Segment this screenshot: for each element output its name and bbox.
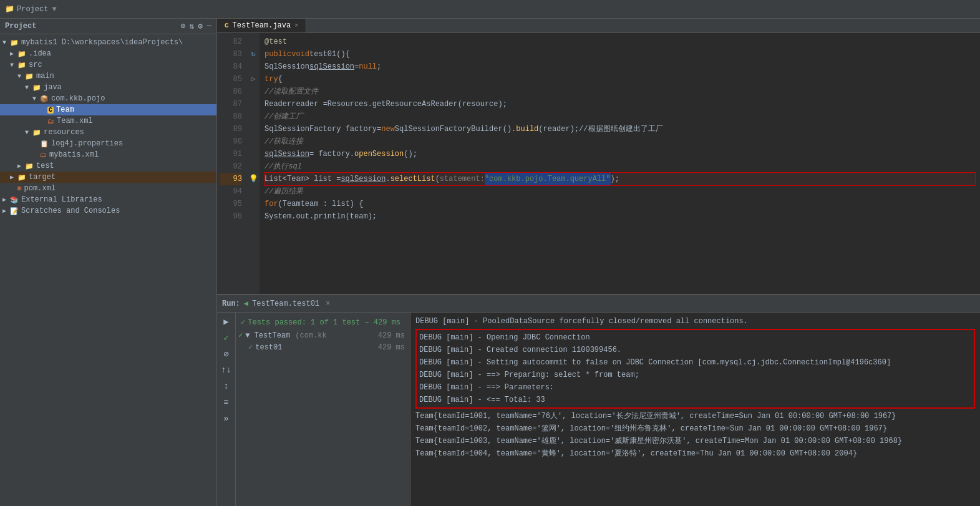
run-tree-TestTeam[interactable]: ✓▼ TestTeam(com.kk429 ms bbox=[236, 329, 410, 341]
sidebar-item-log4jproperties[interactable]: 📋log4j.properties bbox=[0, 138, 216, 149]
sidebar-tree: ▼📁mybatis1 D:\workspaces\ideaProjects\▶📁… bbox=[0, 34, 216, 506]
sidebar-item-test[interactable]: ▶📁test bbox=[0, 160, 216, 172]
sidebar-item-idea[interactable]: ▶📁.idea bbox=[0, 48, 216, 59]
gutter-93: 💡 bbox=[248, 173, 258, 185]
sidebar-item-teamxml[interactable]: 🗂Team.xml bbox=[0, 115, 216, 127]
run-label: Run: bbox=[222, 299, 240, 308]
tree-arrow: ▼ bbox=[10, 62, 17, 69]
minimize-icon[interactable]: — bbox=[206, 21, 211, 31]
collapse-icon[interactable]: ⇅ bbox=[190, 21, 195, 31]
run-check-icon[interactable]: ✓ bbox=[220, 331, 233, 344]
run-tab-icon: ◀ bbox=[244, 299, 248, 308]
pass-icon: ✓ bbox=[248, 343, 253, 352]
run-console: DEBUG [main] - PooledDataSource forceful… bbox=[410, 313, 980, 506]
console-line: Team{teamId=1002, teamName='篮网', locatio… bbox=[415, 422, 975, 435]
gutter-86 bbox=[248, 85, 258, 98]
run-play-icon[interactable]: ▶ bbox=[220, 315, 233, 328]
run-rerun-icon[interactable]: ↑↓ bbox=[220, 364, 233, 376]
folder-icon: 📁 bbox=[25, 72, 34, 80]
top-bar: 📁 Project ▼ bbox=[0, 0, 980, 19]
tree-item-label: Team bbox=[56, 105, 74, 114]
tree-item-label: Scratches and Consoles bbox=[21, 207, 120, 215]
line-number-92: 92 bbox=[220, 160, 242, 173]
tree-item-label: .idea bbox=[29, 49, 51, 58]
sidebar-item-comkkbpojo[interactable]: ▼📦com.kkb.pojo bbox=[0, 93, 216, 104]
tree-item-label: main bbox=[36, 72, 54, 80]
tree-arrow: ▼ bbox=[2, 39, 10, 46]
code-line-90: //获取连接 bbox=[264, 135, 975, 148]
run-tab[interactable]: TestTeam.test01 bbox=[252, 299, 319, 308]
sidebar-item-scratchesandconsoles[interactable]: ▶📝Scratches and Consoles bbox=[0, 205, 216, 217]
pass-check-icon: ✓ bbox=[241, 318, 245, 327]
tree-item-label: java bbox=[44, 83, 62, 92]
sidebar-item-mybatis1[interactable]: ▼📁mybatis1 D:\workspaces\ideaProjects\ bbox=[0, 37, 216, 48]
tab-testteam[interactable]: C TestTeam.java × bbox=[217, 19, 306, 32]
tree-item-label: External Libraries bbox=[21, 195, 102, 204]
folder-icon: 📁 bbox=[32, 129, 41, 137]
pass-icon: ✓ bbox=[238, 331, 243, 340]
line-number-82: 82 bbox=[220, 36, 242, 48]
gutter-88 bbox=[248, 110, 258, 123]
tree-arrow: ▶ bbox=[17, 162, 25, 170]
gutter-85: ▷ bbox=[248, 73, 258, 85]
code-line-87: Reader reader = Resources.getResourceAsR… bbox=[264, 98, 975, 110]
settings-icon[interactable]: ⚙ bbox=[198, 21, 203, 31]
code-line-96: System.out.println(team); bbox=[264, 210, 975, 223]
xml-icon: 🗂 bbox=[47, 117, 54, 125]
gutter-84 bbox=[248, 61, 258, 73]
line-number-95: 95 bbox=[220, 198, 242, 210]
sidebar-item-src[interactable]: ▼📁src bbox=[0, 59, 216, 71]
run-tree-test01[interactable]: ✓ test01429 ms bbox=[236, 341, 410, 353]
code-line-85: try { bbox=[264, 73, 975, 85]
run-menu-icon[interactable]: ≡ bbox=[220, 396, 233, 409]
line-number-90: 90 bbox=[220, 135, 242, 148]
run-tab-close[interactable]: × bbox=[326, 299, 330, 308]
console-line: DEBUG [main] - ==> Parameters: bbox=[419, 381, 971, 394]
tree-item-label: Team.xml bbox=[57, 117, 93, 125]
tree-item-label: target bbox=[29, 173, 56, 182]
run-sort-asc-icon[interactable]: ↕ bbox=[220, 380, 233, 392]
console-line: DEBUG [main] - PooledDataSource forceful… bbox=[415, 315, 975, 328]
sidebar-item-resources[interactable]: ▼📁resources bbox=[0, 127, 216, 138]
tree-node-label: ▼ TestTeam bbox=[245, 331, 290, 340]
code-line-89: SqlSessionFactory factory=new SqlSession… bbox=[264, 123, 975, 135]
run-stop-icon[interactable]: ⊘ bbox=[220, 348, 233, 360]
add-module-icon[interactable]: ⊕ bbox=[181, 21, 186, 31]
sidebar-item-java[interactable]: ▼📁java bbox=[0, 82, 216, 93]
test-pass-status: ✓Tests passed: 1 of 1 test – 429 ms bbox=[236, 315, 410, 329]
tree-arrow: ▶ bbox=[10, 173, 17, 181]
code-line-95: for (Team team : list) { bbox=[264, 198, 975, 210]
sidebar-item-team[interactable]: CTeam bbox=[0, 104, 216, 115]
sidebar: Project ⊕ ⇅ ⚙ — ▼📁mybatis1 D:\workspaces… bbox=[0, 19, 217, 506]
sidebar-item-mybatisxml[interactable]: 🗂mybatis.xml bbox=[0, 149, 216, 160]
run-toolbar: ▶ ✓ ⊘ ↑↓ ↕ ≡ » bbox=[217, 313, 236, 506]
console-line: DEBUG [main] - Created connection 110039… bbox=[419, 344, 971, 356]
tab-close-icon[interactable]: × bbox=[294, 22, 298, 29]
tab-label: TestTeam.java bbox=[233, 21, 291, 30]
folder-icon: 📁 bbox=[17, 173, 26, 182]
sidebar-item-main[interactable]: ▼📁main bbox=[0, 71, 216, 82]
main-area: Project ⊕ ⇅ ⚙ — ▼📁mybatis1 D:\workspaces… bbox=[0, 19, 980, 506]
sidebar-item-target[interactable]: ▶📁target bbox=[0, 172, 216, 183]
tree-item-label: log4j.properties bbox=[51, 139, 123, 148]
run-content: ▶ ✓ ⊘ ↑↓ ↕ ≡ » ✓Tests passed: 1 of 1 tes… bbox=[217, 313, 980, 506]
code-editor[interactable]: @test public void test01(){ SqlSession s… bbox=[260, 33, 980, 294]
gutter-87 bbox=[248, 98, 258, 110]
gutter-91 bbox=[248, 148, 258, 160]
code-line-92: //执行sql bbox=[264, 160, 975, 173]
folder-icon: 📁 bbox=[25, 162, 34, 170]
line-number-89: 89 bbox=[220, 123, 242, 135]
run-header: Run: ◀ TestTeam.test01 × bbox=[217, 295, 980, 313]
line-number-96: 96 bbox=[220, 210, 242, 223]
sidebar-item-externallibraries[interactable]: ▶📚External Libraries bbox=[0, 194, 216, 205]
gutter-83: ↻ bbox=[248, 48, 258, 61]
tree-arrow: ▼ bbox=[25, 84, 32, 91]
code-content: 828384858687888990919293949596 ↻▷💡 @test… bbox=[217, 33, 980, 294]
console-line: Team{teamId=1001, teamName='76人', locati… bbox=[415, 410, 975, 422]
run-more-icon[interactable]: » bbox=[220, 412, 233, 425]
tab-bar: C TestTeam.java × bbox=[217, 19, 980, 33]
chevron-down-icon[interactable]: ▼ bbox=[52, 5, 56, 14]
gutter-90 bbox=[248, 135, 258, 148]
class-icon: C bbox=[47, 107, 54, 114]
sidebar-item-pomxml[interactable]: mpom.xml bbox=[0, 183, 216, 194]
